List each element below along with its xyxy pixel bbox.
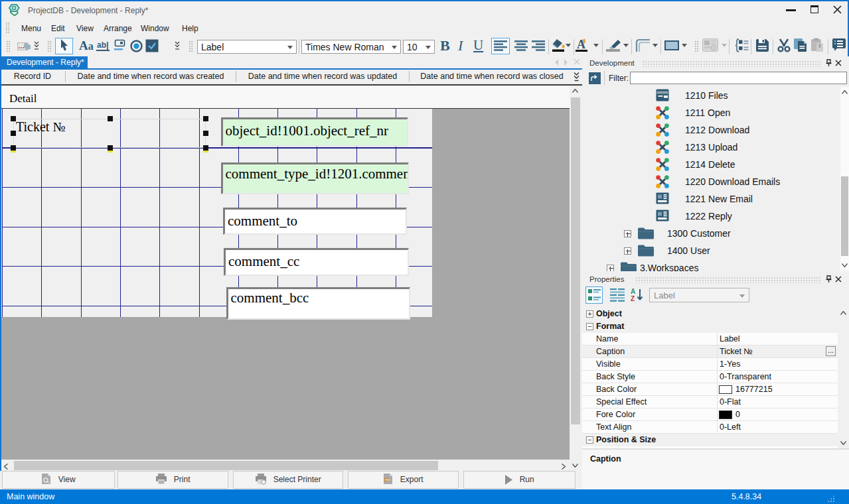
svg-text:Z: Z	[631, 295, 635, 302]
svg-text:A: A	[631, 288, 635, 295]
svg-text:exp: exp	[385, 478, 390, 481]
